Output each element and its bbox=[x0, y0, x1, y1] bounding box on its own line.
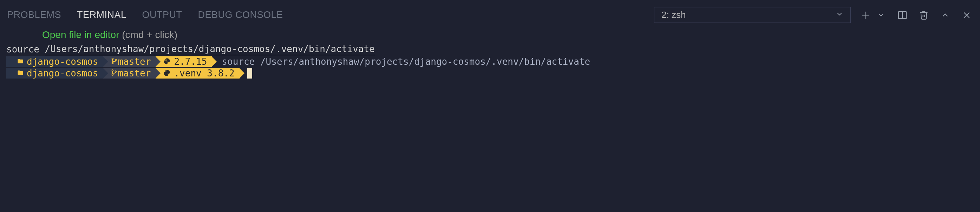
tooltip-action: Open file in editor bbox=[42, 29, 119, 40]
terminal-cursor bbox=[247, 68, 252, 79]
trash-icon bbox=[919, 10, 929, 20]
svg-point-7 bbox=[112, 62, 113, 64]
prompt-line: django-cosmos master .venv 3.8.2 bbox=[6, 68, 974, 79]
prompt-directory: django-cosmos bbox=[27, 56, 99, 67]
executed-command: source /Users/anthonyshaw/projects/djang… bbox=[222, 56, 590, 67]
chevron-up-icon bbox=[941, 11, 950, 20]
prompt-branch-segment: master bbox=[103, 68, 156, 79]
chevron-down-icon bbox=[877, 11, 885, 19]
file-path-link[interactable]: /Users/anthonyshaw/projects/django-cosmo… bbox=[45, 43, 375, 55]
branch-icon bbox=[111, 67, 117, 79]
tab-output[interactable]: OUTPUT bbox=[142, 10, 182, 21]
close-icon bbox=[962, 11, 971, 20]
terminal-selector-label: 2: zsh bbox=[662, 10, 686, 21]
prompt-python-segment: 2.7.15 bbox=[156, 56, 212, 67]
maximize-panel-button[interactable] bbox=[939, 9, 951, 21]
terminal-output[interactable]: source /Users/anthonyshaw/projects/djang… bbox=[0, 40, 980, 81]
kill-terminal-button[interactable] bbox=[918, 9, 930, 21]
branch-icon bbox=[111, 56, 117, 67]
prompt-directory-segment: django-cosmos bbox=[6, 56, 103, 67]
tab-terminal[interactable]: TERMINAL bbox=[77, 10, 126, 21]
link-tooltip: Open file in editor (cmd + click) bbox=[42, 29, 980, 40]
prompt-line: django-cosmos master 2.7.15 source /User… bbox=[6, 56, 974, 67]
folder-icon bbox=[17, 67, 24, 79]
prompt-python-version: 2.7.15 bbox=[174, 56, 207, 67]
panel-tabs: PROBLEMS TERMINAL OUTPUT DEBUG CONSOLE bbox=[7, 10, 283, 21]
prompt-python-version: .venv 3.8.2 bbox=[174, 67, 234, 79]
tab-problems[interactable]: PROBLEMS bbox=[7, 10, 61, 21]
plus-icon bbox=[861, 10, 871, 21]
python-icon bbox=[163, 56, 170, 67]
terminal-dropdown-button[interactable] bbox=[875, 9, 887, 21]
command-word: source bbox=[6, 44, 45, 55]
svg-point-10 bbox=[112, 74, 113, 75]
svg-point-11 bbox=[115, 71, 116, 72]
panel-actions: 2: zsh bbox=[654, 7, 973, 23]
terminal-line: source /Users/anthonyshaw/projects/djang… bbox=[6, 43, 974, 55]
split-icon bbox=[897, 10, 908, 21]
python-icon bbox=[163, 67, 170, 79]
tooltip-hint: (cmd + click) bbox=[122, 29, 177, 40]
svg-point-6 bbox=[112, 58, 113, 59]
panel-header: PROBLEMS TERMINAL OUTPUT DEBUG CONSOLE 2… bbox=[0, 0, 980, 26]
prompt-directory-segment: django-cosmos bbox=[6, 68, 103, 79]
prompt-branch-segment: master bbox=[103, 56, 156, 67]
svg-point-9 bbox=[112, 70, 113, 71]
split-terminal-button[interactable] bbox=[896, 9, 909, 21]
svg-point-8 bbox=[115, 59, 116, 61]
new-terminal-button[interactable] bbox=[859, 9, 872, 21]
close-panel-button[interactable] bbox=[960, 9, 973, 21]
tab-debug-console[interactable]: DEBUG CONSOLE bbox=[198, 10, 283, 21]
prompt-python-segment: .venv 3.8.2 bbox=[156, 68, 239, 79]
terminal-selector[interactable]: 2: zsh bbox=[654, 7, 851, 23]
prompt-branch: master bbox=[118, 56, 151, 67]
chevron-down-icon bbox=[836, 10, 843, 21]
prompt-directory: django-cosmos bbox=[27, 67, 99, 79]
folder-icon bbox=[17, 56, 24, 67]
prompt-branch: master bbox=[118, 67, 151, 79]
